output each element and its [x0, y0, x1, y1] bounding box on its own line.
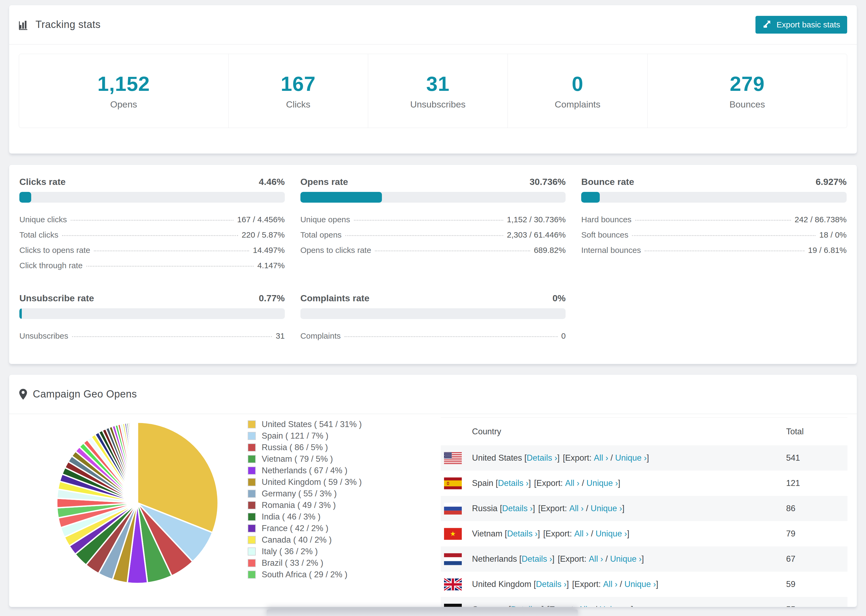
export-all-link[interactable]: All › — [578, 605, 592, 607]
es-flag-icon — [444, 477, 462, 489]
geo-body: United States ( 541 / 31% )Spain ( 121 /… — [9, 414, 857, 607]
export-unique-link[interactable]: Unique › — [587, 478, 618, 488]
rate-head: Bounce rate6.927% — [581, 177, 847, 187]
legend-label: Romania ( 49 / 3% ) — [262, 500, 336, 510]
export-basic-stats-button[interactable]: Export basic stats — [756, 16, 847, 34]
legend-item-brazil[interactable]: Brazil ( 33 / 2% ) — [248, 557, 362, 569]
export-all-link[interactable]: All › — [565, 478, 579, 488]
legend-item-romania[interactable]: Romania ( 49 / 3% ) — [248, 499, 362, 511]
export-unique-link[interactable]: Unique › — [615, 453, 647, 463]
legend-swatch — [248, 559, 256, 567]
export-all-link[interactable]: All › — [594, 453, 608, 463]
legend-swatch — [248, 467, 256, 475]
dotted-leader — [632, 235, 816, 236]
export-all-link[interactable]: All › — [569, 504, 584, 513]
stat-box-bounces: 279Bounces — [648, 54, 847, 128]
export-unique-link[interactable]: Unique › — [595, 529, 627, 539]
total-cell: 121 — [786, 478, 847, 488]
rate-title: Clicks rate — [19, 177, 66, 187]
total-cell: 55 — [786, 605, 847, 607]
legend-item-vietnam[interactable]: Vietnam ( 79 / 5% ) — [248, 453, 362, 465]
rate-row-value: 2,303 / 61.446% — [507, 230, 566, 239]
export-unique-link[interactable]: Unique › — [600, 605, 631, 607]
legend-swatch — [248, 547, 256, 556]
legend-label: United States ( 541 / 31% ) — [262, 420, 362, 429]
legend-swatch — [248, 420, 256, 428]
legend-item-canada[interactable]: Canada ( 40 / 2% ) — [248, 534, 362, 545]
rate-row-unique-opens: Unique opens1,152 / 30.736% — [301, 215, 566, 230]
legend-label: Brazil ( 33 / 2% ) — [262, 558, 323, 568]
legend-label: Spain ( 121 / 7% ) — [262, 431, 328, 441]
bracket: ] — [622, 504, 625, 513]
legend-item-united-states[interactable]: United States ( 541 / 31% ) — [248, 418, 362, 430]
details-link[interactable]: Details › — [521, 554, 552, 564]
country-name: United States — [472, 453, 524, 463]
stat-label: Complaints — [554, 99, 600, 110]
details-link[interactable]: Details › — [527, 453, 557, 463]
pie-slice-other[interactable] — [137, 422, 137, 503]
progress-bar-fill — [19, 308, 22, 319]
country-cell: Netherlands [Details ›][Export: All › / … — [441, 553, 786, 565]
stat-value: 1,152 — [98, 72, 150, 96]
export-all-link[interactable]: All › — [589, 554, 603, 564]
stat-label: Clicks — [286, 99, 310, 110]
rate-head: Unsubscribe rate0.77% — [19, 293, 285, 303]
legend-item-spain[interactable]: Spain ( 121 / 7% ) — [248, 430, 362, 442]
geo-pie-chart — [51, 417, 224, 589]
legend-item-netherlands[interactable]: Netherlands ( 67 / 4% ) — [248, 465, 362, 476]
total-cell: 67 — [786, 554, 847, 564]
vn-flag-icon — [444, 528, 462, 540]
export-all-link[interactable]: All › — [574, 529, 589, 539]
details-link[interactable]: Details › — [502, 504, 533, 513]
bracket: [ — [534, 580, 536, 589]
stat-box-clicks: 167Clicks — [228, 54, 368, 128]
export-label: [Export: — [558, 554, 589, 564]
legend-item-france[interactable]: France ( 42 / 2% ) — [248, 522, 362, 534]
table-row-netherlands: Netherlands [Details ›][Export: All › / … — [441, 546, 847, 572]
export-unique-link[interactable]: Unique › — [590, 504, 622, 513]
table-row-spain: Spain [Details ›][Export: All › / Unique… — [441, 471, 847, 496]
legend-item-india[interactable]: India ( 46 / 3% ) — [248, 511, 362, 522]
page-title: Tracking stats — [36, 19, 101, 30]
rate-title: Complaints rate — [301, 293, 370, 303]
country-name: Germany — [472, 605, 509, 607]
tracking-stats-header: Tracking stats Export basic stats — [9, 5, 857, 45]
details-link[interactable]: Details › — [507, 529, 538, 539]
rate-row-value: 19 / 6.81% — [808, 246, 847, 255]
slash-separator: / — [603, 554, 610, 564]
legend-label: Italy ( 36 / 2% ) — [262, 547, 318, 556]
table-row-vietnam: Vietnam [Details ›][Export: All › / Uniq… — [441, 521, 847, 546]
stat-label: Opens — [110, 99, 137, 110]
legend-swatch — [248, 570, 256, 579]
chart-bar-icon — [19, 19, 30, 30]
rate-row-label: Complaints — [301, 332, 341, 341]
legend-swatch — [248, 432, 256, 440]
rate-row-total-clicks: Total clicks220 / 5.87% — [19, 230, 285, 246]
rate-panel-complaints-rate: Complaints rate0%Complaints0 — [301, 293, 566, 347]
legend-item-italy[interactable]: Italy ( 36 / 2% ) — [248, 545, 362, 557]
details-link[interactable]: Details › — [511, 605, 542, 607]
rate-row-label: Internal bounces — [581, 246, 641, 255]
rate-value: 0% — [553, 293, 565, 303]
rate-row-value: 220 / 5.87% — [242, 230, 285, 239]
dotted-leader — [345, 336, 557, 337]
rate-row-value: 31 — [276, 332, 285, 341]
legend-item-united-kingdom[interactable]: United Kingdom ( 59 / 3% ) — [248, 476, 362, 488]
nl-flag-icon — [444, 553, 462, 565]
details-link[interactable]: Details › — [498, 478, 529, 488]
rate-head: Complaints rate0% — [301, 293, 566, 303]
export-all-link[interactable]: All › — [603, 580, 617, 589]
country-name: Russia — [472, 504, 500, 513]
rate-row-label: Unsubscribes — [19, 332, 68, 341]
legend-item-south-africa[interactable]: South Africa ( 29 / 2% ) — [248, 569, 362, 580]
export-unique-link[interactable]: Unique › — [610, 554, 641, 564]
export-unique-link[interactable]: Unique › — [625, 580, 656, 589]
progress-bar — [581, 192, 847, 203]
rate-row-internal-bounces: Internal bounces19 / 6.81% — [581, 246, 847, 261]
country-cell: Vietnam [Details ›][Export: All › / Uniq… — [441, 528, 786, 540]
stat-value: 167 — [281, 72, 316, 96]
legend-item-germany[interactable]: Germany ( 55 / 3% ) — [248, 488, 362, 499]
details-link[interactable]: Details › — [536, 580, 567, 589]
legend-item-russia[interactable]: Russia ( 86 / 5% ) — [248, 442, 362, 453]
bracket: ] — [552, 554, 554, 564]
